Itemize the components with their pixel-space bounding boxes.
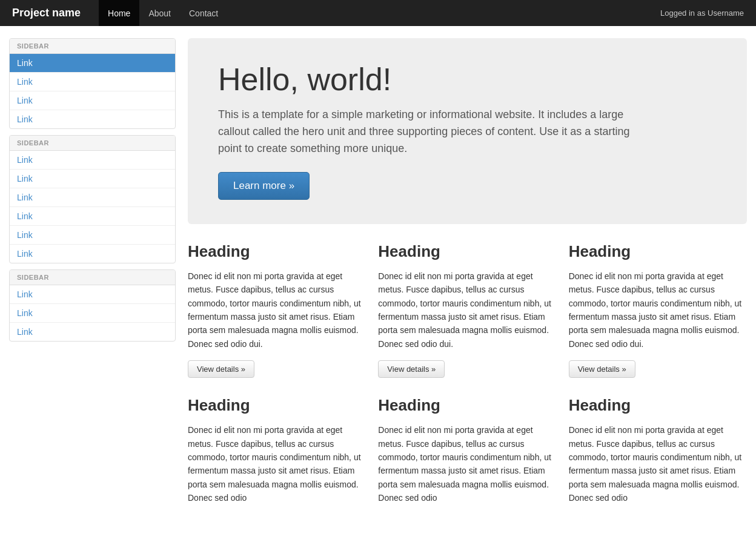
sidebar-heading-3: Sidebar — [10, 270, 175, 285]
sidebar-section-1: Sidebar Link Link Link Link — [9, 38, 176, 129]
content-body-2-1: Donec id elit non mi porta gravida at eg… — [188, 423, 366, 504]
content-body-1-1: Donec id elit non mi porta gravida at eg… — [188, 269, 366, 351]
sidebar-link-1-1[interactable]: Link — [10, 54, 175, 73]
nav-link-about[interactable]: About — [139, 0, 180, 26]
sidebar-link-3-1[interactable]: Link — [10, 285, 175, 304]
nav-item-about[interactable]: About — [139, 0, 180, 26]
navbar-brand[interactable]: Project name — [12, 7, 81, 19]
sidebar-link-2-6[interactable]: Link — [10, 245, 175, 263]
content-grid-row-1: Heading Donec id elit non mi porta gravi… — [188, 242, 747, 378]
main-content: Hello, world! This is a template for a s… — [188, 38, 747, 515]
sidebar-link-3-2[interactable]: Link — [10, 304, 175, 323]
content-body-2-2: Donec id elit non mi porta gravida at eg… — [378, 423, 556, 504]
navbar-nav: Home About Contact — [99, 0, 660, 26]
content-block-2-1: Heading Donec id elit non mi porta gravi… — [188, 396, 366, 514]
content-body-1-3: Donec id elit non mi porta gravida at eg… — [569, 269, 747, 351]
nav-link-home[interactable]: Home — [99, 0, 139, 26]
nav-item-contact[interactable]: Contact — [180, 0, 227, 26]
navbar: Project name Home About Contact Logged i… — [0, 0, 756, 26]
sidebar-link-2-1[interactable]: Link — [10, 151, 175, 170]
view-details-button-1-2[interactable]: View details » — [378, 360, 445, 378]
sidebar-link-1-2[interactable]: Link — [10, 73, 175, 91]
sidebar-link-2-4[interactable]: Link — [10, 207, 175, 226]
nav-item-home[interactable]: Home — [99, 0, 139, 26]
content-block-1-1: Heading Donec id elit non mi porta gravi… — [188, 242, 366, 378]
learn-more-button[interactable]: Learn more » — [218, 172, 310, 200]
sidebar-link-2-5[interactable]: Link — [10, 226, 175, 245]
content-heading-1-1: Heading — [188, 242, 366, 261]
logged-in-user: Logged in as Username — [660, 8, 744, 18]
sidebar-section-2: Sidebar Link Link Link Link Link Link — [9, 135, 176, 263]
hero-description: This is a template for a simple marketin… — [218, 107, 654, 157]
content-heading-2-1: Heading — [188, 396, 366, 415]
sidebar: Sidebar Link Link Link Link Sidebar Link… — [9, 38, 176, 515]
hero-heading: Hello, world! — [218, 62, 717, 97]
content-body-2-3: Donec id elit non mi porta gravida at eg… — [569, 423, 747, 504]
content-block-2-2: Heading Donec id elit non mi porta gravi… — [378, 396, 556, 514]
sidebar-link-1-3[interactable]: Link — [10, 91, 175, 110]
sidebar-link-2-3[interactable]: Link — [10, 188, 175, 207]
view-details-button-1-3[interactable]: View details » — [569, 360, 635, 378]
nav-link-contact[interactable]: Contact — [180, 0, 227, 26]
sidebar-heading-2: Sidebar — [10, 136, 175, 151]
content-block-1-3: Heading Donec id elit non mi porta gravi… — [569, 242, 747, 378]
content-block-2-3: Heading Donec id elit non mi porta gravi… — [569, 396, 747, 514]
content-block-1-2: Heading Donec id elit non mi porta gravi… — [378, 242, 556, 378]
sidebar-link-3-3[interactable]: Link — [10, 323, 175, 341]
sidebar-heading-1: Sidebar — [10, 39, 175, 54]
page-container: Sidebar Link Link Link Link Sidebar Link… — [0, 26, 756, 527]
content-heading-2-2: Heading — [378, 396, 556, 415]
view-details-button-1-1[interactable]: View details » — [188, 360, 254, 378]
sidebar-link-2-2[interactable]: Link — [10, 170, 175, 188]
content-heading-2-3: Heading — [569, 396, 747, 415]
content-heading-1-3: Heading — [569, 242, 747, 261]
sidebar-link-1-4[interactable]: Link — [10, 110, 175, 128]
content-body-1-2: Donec id elit non mi porta gravida at eg… — [378, 269, 556, 351]
hero-unit: Hello, world! This is a template for a s… — [188, 38, 747, 224]
sidebar-section-3: Sidebar Link Link Link — [9, 269, 176, 342]
content-grid-row-2: Heading Donec id elit non mi porta gravi… — [188, 396, 747, 514]
content-heading-1-2: Heading — [378, 242, 556, 261]
